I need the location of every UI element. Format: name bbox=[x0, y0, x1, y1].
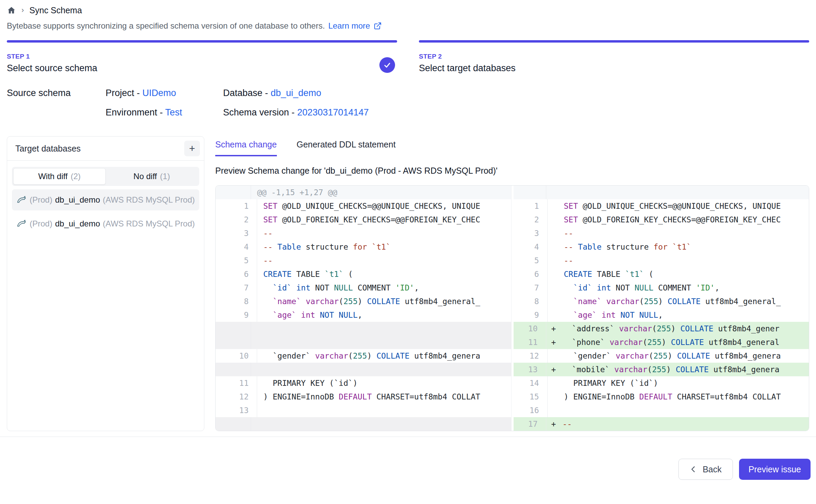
environment-link[interactable]: Test bbox=[165, 107, 182, 117]
tab-schema-change[interactable]: Schema change bbox=[215, 140, 277, 156]
diff-code-row: 15) ENGINE=InnoDB DEFAULT CHARSET=utf8mb… bbox=[514, 390, 809, 404]
schema-diff-viewer: @@ -1,15 +1,27 @@1SET @OLD_UNIQUE_CHECKS… bbox=[215, 185, 809, 431]
code-line: ) ENGINE=InnoDB DEFAULT CHARSET=utf8mb4 … bbox=[563, 390, 809, 404]
database-environment: (Prod) bbox=[30, 195, 52, 205]
code-line bbox=[251, 363, 511, 376]
database-item[interactable]: (Prod)db_ui_demo(AWS RDS MySQL Prod) bbox=[12, 189, 199, 210]
code-line: SET @OLD_FOREIGN_KEY_CHECKS=@@FOREIGN_KE… bbox=[563, 213, 809, 226]
target-databases-header: Target databases + bbox=[7, 137, 204, 161]
code-line: @@ -1,15 +1,27 @@ bbox=[251, 186, 511, 199]
line-number: 8 bbox=[222, 295, 257, 308]
code-line: `name` varchar(255) COLLATE utf8mb4_gene… bbox=[257, 295, 511, 308]
step-2: STEP 2 Select target databases bbox=[419, 40, 809, 74]
code-line: PRIMARY KEY (`id`) bbox=[563, 376, 809, 390]
source-database-field: Database - db_ui_demo bbox=[223, 88, 809, 98]
target-databases-title: Target databases bbox=[15, 144, 81, 154]
line-number: 5 bbox=[222, 254, 257, 267]
field-separator: - bbox=[265, 88, 268, 98]
field-name: Project bbox=[106, 88, 134, 98]
line-number: 1 bbox=[222, 199, 257, 213]
diff-code-row: 5-- bbox=[216, 254, 511, 267]
add-target-database-button[interactable]: + bbox=[184, 141, 200, 156]
diff-hunk-row: @@ -1,15 +1,27 @@ bbox=[216, 186, 511, 199]
diff-code-row: 12) ENGINE=InnoDB DEFAULT CHARSET=utf8mb… bbox=[216, 390, 511, 404]
diff-sign bbox=[548, 390, 563, 404]
project-link[interactable]: UIDemo bbox=[142, 88, 176, 98]
diff-sign bbox=[546, 186, 561, 199]
diff-pane-target: 1SET @OLD_UNIQUE_CHECKS=@@UNIQUE_CHECKS,… bbox=[514, 186, 809, 431]
diff-code-row: 16 bbox=[514, 404, 809, 417]
line-number: 12 bbox=[515, 349, 548, 363]
preview-title: Preview Schema change for 'db_ui_demo (P… bbox=[215, 166, 809, 176]
source-schema-summary: Source schema Project - UIDemo Database … bbox=[7, 88, 809, 118]
code-line: `age` int NOT NULL, bbox=[563, 308, 809, 322]
database-link[interactable]: db_ui_demo bbox=[271, 88, 321, 98]
database-name: db_ui_demo bbox=[55, 219, 100, 229]
step-completed-check bbox=[379, 57, 395, 73]
chevron-left-icon bbox=[690, 466, 697, 473]
back-button-label: Back bbox=[703, 464, 722, 474]
line-number: 2 bbox=[222, 213, 257, 226]
line-number bbox=[216, 417, 251, 431]
tab-with-diff[interactable]: With diff (2) bbox=[13, 168, 106, 185]
footer-divider bbox=[0, 437, 816, 437]
code-line: -- bbox=[257, 226, 511, 240]
diff-code-row: 7 `id` int NOT NULL COMMENT 'ID', bbox=[514, 281, 809, 295]
stepper: STEP 1 Select source schema STEP 2 Selec… bbox=[7, 40, 809, 74]
line-number: 7 bbox=[222, 281, 257, 295]
tab-no-diff[interactable]: No diff (1) bbox=[106, 168, 198, 185]
source-schema-version-field: Schema version - 20230317014147 bbox=[223, 107, 809, 118]
database-item[interactable]: (Prod)db_ui_demo(AWS RDS MySQL Prod) bbox=[12, 213, 199, 234]
code-line: -- Table structure for `t1` bbox=[257, 240, 511, 254]
step-1-title: Select source schema bbox=[7, 63, 397, 74]
diff-code-row: 3-- bbox=[216, 226, 511, 240]
tab-with-diff-count: (2) bbox=[70, 172, 80, 181]
line-number: 4 bbox=[515, 240, 548, 254]
line-number: 11 bbox=[222, 376, 257, 390]
source-project-field: Project - UIDemo bbox=[106, 88, 223, 98]
diff-code-row: 4-- Table structure for `t1` bbox=[514, 240, 809, 254]
step-1-progress-bar bbox=[7, 40, 397, 43]
preview-issue-button[interactable]: Preview issue bbox=[739, 459, 811, 480]
step-2-title: Select target databases bbox=[419, 63, 809, 74]
database-instance: (AWS RDS MySQL Prod) bbox=[103, 195, 195, 205]
line-number: 4 bbox=[222, 240, 257, 254]
step-1-label: STEP 1 bbox=[7, 53, 397, 60]
description-text: Bytebase supports synchronizing a specif… bbox=[7, 21, 325, 31]
target-databases-panel: Target databases + With diff (2) No diff… bbox=[7, 136, 204, 431]
breadcrumb-chevron-icon: › bbox=[21, 6, 24, 15]
database-name: db_ui_demo bbox=[55, 195, 100, 205]
line-number: 10 bbox=[222, 349, 257, 363]
line-number: 9 bbox=[515, 308, 548, 322]
home-icon[interactable] bbox=[7, 6, 16, 15]
diff-spacer-row bbox=[216, 417, 511, 431]
database-instance: (AWS RDS MySQL Prod) bbox=[103, 219, 195, 229]
code-line: `address` varchar(255) COLLATE utf8mb4_g… bbox=[561, 322, 809, 335]
line-number: 8 bbox=[515, 295, 548, 308]
target-database-list: (Prod)db_ui_demo(AWS RDS MySQL Prod) (Pr… bbox=[7, 189, 204, 234]
diff-code-row: 11+ `phone` varchar(255) COLLATE utf8mb4… bbox=[514, 335, 809, 349]
diff-code-row: 13 bbox=[216, 404, 511, 417]
breadcrumb: › Sync Schema bbox=[7, 0, 809, 16]
diff-sign bbox=[548, 349, 563, 363]
line-number: 15 bbox=[515, 390, 548, 404]
diff-code-row: 9 `age` int NOT NULL, bbox=[514, 308, 809, 322]
schema-version-link[interactable]: 20230317014147 bbox=[297, 107, 369, 117]
external-link-icon[interactable] bbox=[374, 22, 382, 30]
check-icon bbox=[383, 61, 391, 69]
line-number: 6 bbox=[515, 267, 548, 281]
tab-generated-ddl[interactable]: Generated DDL statement bbox=[297, 140, 396, 156]
diff-sign: + bbox=[546, 335, 561, 349]
line-number: 13 bbox=[514, 363, 546, 376]
line-number bbox=[216, 363, 251, 376]
code-line: `name` varchar(255) COLLATE utf8mb4_gene… bbox=[563, 295, 809, 308]
line-number: 2 bbox=[515, 213, 548, 226]
code-line: -- bbox=[563, 254, 809, 267]
diff-sign bbox=[548, 376, 563, 390]
learn-more-link[interactable]: Learn more bbox=[328, 21, 370, 31]
line-number bbox=[216, 322, 251, 349]
line-number: 3 bbox=[515, 226, 548, 240]
source-schema-label: Source schema bbox=[7, 88, 106, 118]
back-button[interactable]: Back bbox=[678, 459, 733, 480]
diff-spacer-row bbox=[216, 363, 511, 376]
